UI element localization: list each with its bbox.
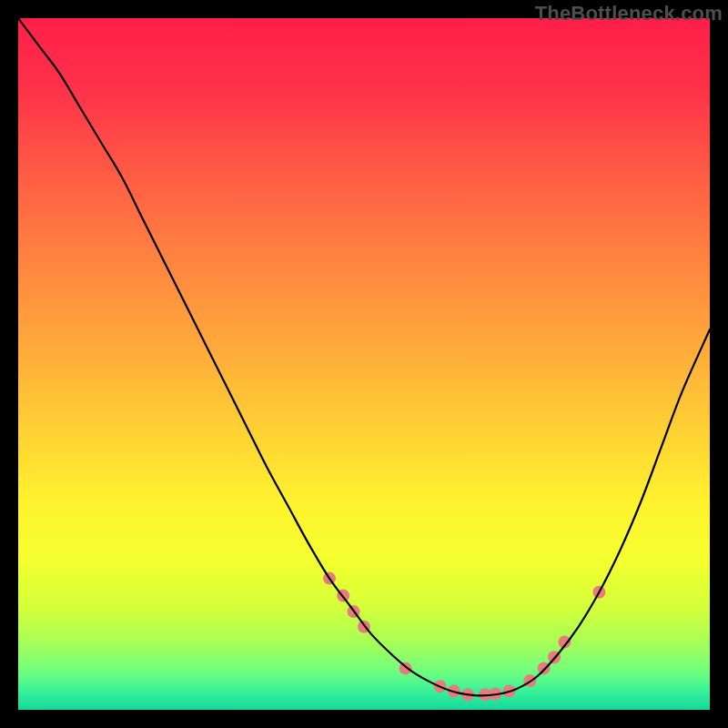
chart-canvas (18, 18, 710, 710)
chart-frame (18, 18, 710, 710)
gradient-background (18, 18, 710, 710)
watermark-text: TheBottleneck.com (535, 2, 723, 25)
